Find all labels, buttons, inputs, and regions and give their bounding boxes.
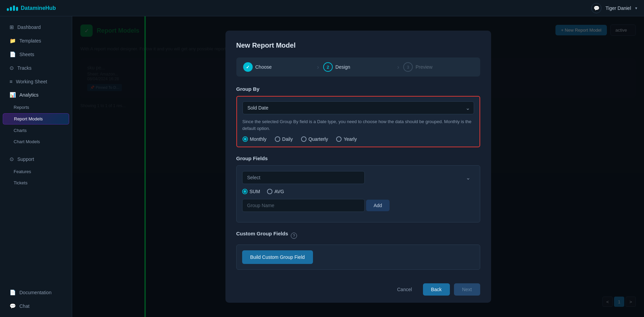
sidebar-sub-label-charts: Charts (14, 128, 27, 133)
sidebar-sub-item-charts[interactable]: Charts (3, 125, 69, 136)
sidebar: ⊞ Dashboard 📁 Templates 📄 Sheets ⊙ Track… (0, 16, 72, 317)
radio-monthly-input[interactable] (242, 136, 248, 142)
sidebar-item-support: ⊙ Support (3, 153, 69, 166)
sidebar-item-label-tracks: Tracks (17, 65, 31, 71)
step-arrow-1: › (317, 64, 319, 71)
radio-monthly[interactable]: Monthly (242, 136, 267, 142)
step-choose-label: Choose (255, 64, 272, 70)
radio-daily[interactable]: Daily (275, 136, 293, 142)
logo-dot-2 (10, 7, 12, 11)
main-layout: ⊞ Dashboard 📁 Templates 📄 Sheets ⊙ Track… (0, 16, 644, 317)
logo-text: DatamineHub (21, 5, 56, 11)
content-area: ✓ Report Models With A report model desi… (72, 16, 644, 317)
radio-monthly-label: Monthly (250, 136, 267, 142)
radio-daily-input[interactable] (275, 136, 280, 142)
group-by-select-wrapper: Sold Date Purchase Date Customer Product… (242, 101, 474, 114)
group-by-label: Group By (236, 86, 480, 92)
group-fields-box: Select ⌄ SUM AVG (236, 165, 480, 222)
radio-avg-input[interactable] (267, 189, 272, 194)
step-design-circle: 2 (323, 62, 333, 72)
working-sheet-icon: ≡ (10, 79, 13, 84)
radio-group-date-type: Monthly Daily Quarterly Yearly (242, 136, 474, 142)
sidebar-item-templates[interactable]: 📁 Templates (3, 34, 69, 47)
logo-dot-3 (13, 5, 15, 11)
cancel-button[interactable]: Cancel (390, 283, 419, 296)
analytics-icon: 📊 (10, 92, 16, 98)
sidebar-item-label-sheets: Sheets (19, 52, 34, 57)
step-design-label: Design (335, 64, 350, 70)
group-fields-select[interactable]: Select (242, 171, 365, 184)
sidebar-sub-item-report-models[interactable]: Report Models (3, 113, 69, 124)
topbar: DatamineHub 💬 Tiger Daniel ▾ (0, 0, 644, 16)
chat-icon: 💬 (10, 303, 16, 309)
user-area: 💬 Tiger Daniel ▾ (591, 3, 637, 13)
group-by-select[interactable]: Sold Date Purchase Date Customer Product (242, 101, 474, 114)
sidebar-item-analytics[interactable]: 📊 Analytics (3, 88, 69, 101)
sidebar-sub-label-features: Features (14, 169, 31, 174)
message-icon[interactable]: 💬 (591, 3, 601, 13)
dashboard-icon: ⊞ (10, 24, 14, 30)
step-preview-circle: 3 (403, 62, 413, 72)
sidebar-item-label-support: Support (17, 156, 34, 162)
user-menu-chevron[interactable]: ▾ (635, 6, 637, 11)
group-fields-label: Group Fields (236, 155, 480, 161)
sidebar-sub-item-reports[interactable]: Reports (3, 102, 69, 113)
sidebar-item-sheets[interactable]: 📄 Sheets (3, 48, 69, 61)
back-button[interactable]: Back (423, 283, 450, 296)
templates-icon: 📁 (10, 38, 16, 44)
sidebar-item-label-working-sheet: Working Sheet (16, 79, 47, 84)
radio-yearly-label: Yearly (344, 136, 357, 142)
sidebar-item-working-sheet[interactable]: ≡ Working Sheet (3, 75, 69, 88)
step-preview: 3 Preview (403, 62, 473, 72)
sidebar-sub-label-chart-models: Chart Models (14, 139, 40, 144)
modal-footer: Cancel Back Next (236, 281, 480, 296)
support-icon: ⊙ (10, 156, 14, 162)
logo: DatamineHub (0, 5, 63, 11)
sidebar-item-label-analytics: Analytics (19, 92, 38, 98)
step-design: 2 Design (323, 62, 393, 72)
modal-overlay: New Report Model ✓ Choose › 2 Design › 3 (72, 16, 644, 317)
group-by-box: Sold Date Purchase Date Customer Product… (236, 96, 480, 147)
sidebar-item-chat[interactable]: 💬 Chat (3, 300, 69, 313)
step-choose: ✓ Choose (243, 62, 313, 72)
documentation-icon: 📄 (10, 289, 16, 296)
sidebar-sub-label-reports: Reports (14, 105, 29, 110)
sidebar-sub-item-features[interactable]: Features (3, 166, 69, 177)
sum-avg-group: SUM AVG (242, 189, 474, 194)
sidebar-item-label-chat: Chat (19, 303, 30, 309)
add-field-button[interactable]: Add (366, 200, 390, 211)
tracks-icon: ⊙ (10, 65, 14, 71)
modal: New Report Model ✓ Choose › 2 Design › 3 (225, 31, 491, 303)
sidebar-item-documentation[interactable]: 📄 Documentation (3, 286, 69, 299)
radio-quarterly-label: Quarterly (309, 136, 328, 142)
radio-sum-label: SUM (250, 189, 260, 194)
radio-sum-input[interactable] (242, 189, 248, 194)
radio-yearly-input[interactable] (336, 136, 342, 142)
logo-dot-4 (16, 7, 18, 11)
sidebar-item-tracks[interactable]: ⊙ Tracks (3, 62, 69, 74)
radio-daily-label: Daily (282, 136, 293, 142)
custom-fields-label: Custom Group Fields (236, 231, 288, 236)
custom-fields-section: Custom Group Fields ? Build Custom Group… (236, 231, 480, 270)
radio-quarterly[interactable]: Quarterly (301, 136, 328, 142)
radio-sum[interactable]: SUM (242, 189, 260, 194)
step-preview-label: Preview (415, 64, 433, 70)
sidebar-item-label-dashboard: Dashboard (17, 24, 41, 30)
step-arrow-2: › (397, 64, 399, 71)
radio-quarterly-input[interactable] (301, 136, 307, 142)
sidebar-item-label-documentation: Documentation (19, 290, 51, 295)
next-button[interactable]: Next (454, 283, 480, 296)
help-icon[interactable]: ? (291, 233, 297, 239)
radio-avg[interactable]: AVG (267, 189, 284, 194)
radio-avg-label: AVG (274, 189, 284, 194)
sheets-icon: 📄 (10, 51, 16, 57)
logo-icon (7, 5, 18, 11)
group-name-input[interactable] (242, 199, 365, 212)
radio-yearly[interactable]: Yearly (336, 136, 357, 142)
sidebar-sub-item-chart-models[interactable]: Chart Models (3, 136, 69, 147)
group-fields-section: Group Fields Select ⌄ SUM (236, 155, 480, 222)
sidebar-item-dashboard[interactable]: ⊞ Dashboard (3, 21, 69, 34)
group-fields-select-wrapper: Select ⌄ (242, 171, 474, 184)
build-custom-group-field-button[interactable]: Build Custom Group Field (242, 250, 313, 264)
sidebar-sub-item-tickets[interactable]: Tickets (3, 178, 69, 188)
